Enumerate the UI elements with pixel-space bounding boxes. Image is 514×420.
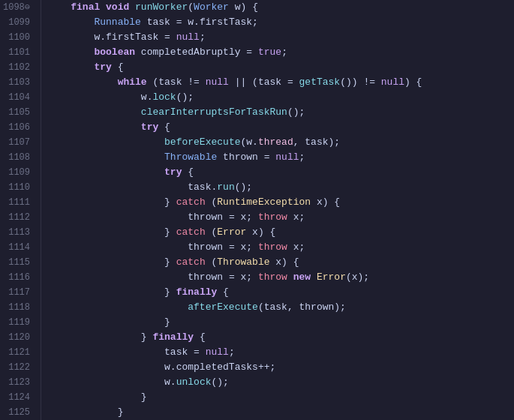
line-number: 1125 [3, 405, 35, 420]
op-token: = [229, 242, 235, 253]
var-token: x) { [311, 196, 340, 208]
line-number: 1118 [3, 300, 35, 315]
op-token: || [235, 76, 247, 88]
var-token: ( [206, 226, 218, 238]
var-token: thrown [47, 272, 229, 283]
var-token: } [47, 332, 152, 343]
var-token: { [246, 2, 258, 13]
var-token: thrown [47, 242, 229, 253]
var-token: completedAbruptly [135, 46, 246, 58]
var-token: task. [47, 182, 217, 193]
code-line: thrown = x; throw x; [41, 210, 514, 225]
line-number: 1111 [3, 195, 35, 210]
exc-token: Error [317, 272, 346, 283]
line-number: 1114 [3, 240, 35, 255]
line-number: 1107 [3, 135, 35, 150]
var-token: (w. [240, 136, 257, 148]
line-number: 1105 [3, 105, 35, 120]
var-token: (task, thrown); [258, 302, 346, 313]
catch-kw-token: throw [258, 272, 287, 283]
code-line: } finally { [41, 285, 514, 300]
code-editor: 1098⊖10991100110111021103110411051106110… [0, 0, 514, 420]
line-number: 1109 [3, 165, 35, 180]
line-number: 1099 [3, 15, 35, 30]
line-number: 1120 [3, 330, 35, 345]
code-line: w.lock(); [41, 90, 514, 105]
var-token: w.firstTask; [182, 16, 257, 28]
kw-token: try [47, 122, 158, 133]
line-number: 1115 [3, 255, 35, 270]
var-token: thrown [47, 212, 229, 223]
code-line: try { [41, 120, 514, 135]
lit-kw-token: null [200, 76, 229, 88]
var-token: ( [206, 196, 218, 208]
var-token: (task [147, 76, 188, 88]
code-line: Runnable task = w.firstTask; [41, 15, 514, 30]
var-token: (); [211, 376, 228, 388]
op-token: = [287, 76, 293, 88]
fn-token: clearInterruptsForTaskRun [141, 106, 287, 118]
code-line: thrown = x; throw new Error(x); [41, 270, 514, 285]
exc-token: Throwable [217, 256, 269, 268]
op-token: ++ [258, 362, 270, 373]
code-line: beforeExecute(w.thread, task); [41, 135, 514, 150]
var-token: { [217, 286, 229, 298]
line-number: 1116 [3, 270, 35, 285]
line-number: 1124 [3, 390, 35, 405]
var-token: x; [235, 272, 258, 283]
code-line: task.run(); [41, 180, 514, 195]
var-token: , task); [293, 136, 340, 148]
var-token: { [112, 62, 124, 73]
var-token [293, 76, 299, 88]
fn-token: beforeExecute [164, 136, 240, 148]
var-token: } [47, 392, 147, 403]
code-content[interactable]: final void runWorker(Worker w) { Runnabl… [41, 0, 514, 420]
var-token: { [158, 122, 170, 133]
code-line: w.firstTask = null; [41, 30, 514, 45]
fn-token: getTask [299, 76, 341, 88]
var-token: x) { [246, 226, 275, 238]
var-token: { [194, 332, 206, 343]
var-token: ; [270, 362, 276, 373]
code-line: thrown = x; throw x; [41, 240, 514, 255]
code-line: } finally { [41, 330, 514, 345]
line-number: 1101 [3, 45, 35, 60]
catch-kw-token: throw [258, 212, 287, 223]
code-line: try { [41, 165, 514, 180]
line-number: 1121 [3, 345, 35, 360]
var-token [287, 272, 293, 283]
line-number: 1106 [3, 120, 35, 135]
var-token: } [47, 286, 176, 298]
kw-token: boolean [47, 46, 135, 58]
var-token: ()) [340, 76, 363, 88]
op-token: = [264, 152, 270, 163]
line-number: 1110 [3, 180, 35, 195]
bracket-token: ( [188, 2, 194, 13]
var-token [47, 136, 164, 148]
catch-kw-token: catch [176, 226, 206, 238]
fn-token: afterExecute [188, 302, 258, 313]
code-line: w.unlock(); [41, 375, 514, 390]
line-number: 1123 [3, 375, 35, 390]
lit-kw-token: true [252, 46, 281, 58]
code-line: w.completedTasks++; [41, 360, 514, 375]
var-token: (task [246, 76, 287, 88]
line-number: 1100 [3, 30, 35, 45]
line-number: 1108 [3, 150, 35, 165]
line-number: 1122 [3, 360, 35, 375]
code-line: } [41, 390, 514, 405]
op-token: = [164, 32, 170, 43]
code-line: } [41, 315, 514, 330]
var-token: w [229, 2, 241, 13]
var-token: ( [206, 256, 218, 268]
var-token: } [47, 196, 176, 208]
code-line: clearInterruptsForTaskRun(); [41, 105, 514, 120]
line-number: 1103 [3, 75, 35, 90]
var-token: { [182, 166, 194, 178]
var-token: } [47, 226, 176, 238]
var-token: ; [299, 152, 305, 163]
fn-token: unlock [176, 376, 212, 388]
op-token: = [229, 212, 235, 223]
var-token: } [47, 256, 176, 268]
var-token [47, 302, 188, 313]
